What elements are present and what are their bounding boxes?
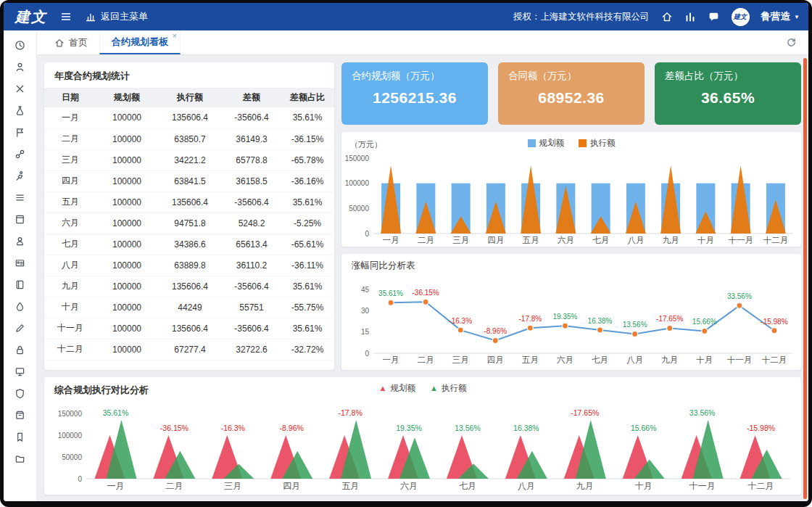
cell-exec: 63850.7 bbox=[157, 128, 223, 149]
topbar-right: 授权：上海建文软件科技有限公司 建文 鲁营造 ▼ bbox=[513, 8, 800, 26]
svg-text:一月: 一月 bbox=[383, 236, 399, 244]
svg-text:-17.65%: -17.65% bbox=[571, 408, 599, 417]
svg-text:100000: 100000 bbox=[345, 179, 370, 187]
tab-home[interactable]: 首页 bbox=[43, 30, 99, 54]
cell-ratio: -55.75% bbox=[281, 297, 334, 318]
chat-icon[interactable] bbox=[708, 11, 720, 23]
back-to-main-menu[interactable]: 返回主菜单 bbox=[85, 10, 148, 23]
sidebar-item-folder[interactable] bbox=[4, 448, 36, 469]
sidebar-item-tools[interactable] bbox=[4, 78, 36, 99]
sidebar-item-flask[interactable] bbox=[4, 99, 36, 121]
sidebar-item-shield[interactable] bbox=[4, 382, 36, 404]
comparison-chart-panel: 综合规划执行对比分析 ▲规划额 ▲执行额 0500001000001500003… bbox=[44, 377, 801, 495]
cell-exec: 34386.6 bbox=[157, 234, 223, 255]
right-pane: 首页 合约规划看板 × 年度合约规划统计 bbox=[37, 30, 808, 501]
cell-diff: -35606.4 bbox=[223, 276, 281, 297]
svg-text:-16.3%: -16.3% bbox=[449, 317, 472, 325]
tab-contract-dashboard[interactable]: 合约规划看板 × bbox=[99, 30, 181, 54]
svg-text:五月: 五月 bbox=[521, 355, 539, 364]
svg-text:十二月: 十二月 bbox=[748, 481, 774, 491]
sidebar-item-notebook[interactable] bbox=[4, 273, 36, 295]
sidebar-item-flag[interactable] bbox=[4, 121, 36, 143]
hamburger-menu-icon[interactable] bbox=[60, 11, 72, 22]
svg-text:50000: 50000 bbox=[349, 205, 369, 213]
cell-exec: 63841.5 bbox=[157, 170, 223, 191]
table-row: 十月1000004424955751-55.75% bbox=[44, 297, 334, 318]
sidebar-item-screen[interactable] bbox=[4, 360, 36, 382]
back-to-main-menu-label: 返回主菜单 bbox=[101, 10, 148, 23]
growth-chart-title: 涨幅同比分析表 bbox=[341, 257, 801, 272]
svg-text:六月: 六月 bbox=[558, 236, 574, 244]
column-header: 规划额 bbox=[96, 88, 157, 107]
sidebar-item-pen[interactable] bbox=[4, 317, 36, 339]
sidebar-item-person[interactable] bbox=[4, 56, 36, 78]
sidebar-item-drop[interactable] bbox=[4, 295, 36, 317]
sidebar-item-list[interactable] bbox=[4, 186, 36, 208]
svg-text:四月: 四月 bbox=[487, 355, 504, 364]
kpi-plan-amount: 合约规划额（万元） 1256215.36 bbox=[341, 62, 488, 125]
column-header: 日期 bbox=[44, 88, 96, 107]
lock-icon bbox=[14, 345, 25, 355]
svg-text:35.61%: 35.61% bbox=[103, 408, 129, 417]
cell-plan: 100000 bbox=[96, 339, 157, 360]
kpi-label: 合约规划额（万元） bbox=[352, 70, 478, 83]
cell-ratio: -36.11% bbox=[281, 255, 334, 276]
cell-exec: 44249 bbox=[157, 297, 223, 318]
kpi-label: 差额占比（万元） bbox=[665, 70, 791, 83]
svg-text:15.66%: 15.66% bbox=[631, 424, 657, 432]
org-chart-icon[interactable] bbox=[684, 11, 696, 22]
svg-text:八月: 八月 bbox=[627, 236, 644, 244]
scrollbar[interactable] bbox=[803, 58, 807, 499]
sidebar-item-clock[interactable] bbox=[4, 34, 36, 56]
svg-text:九月: 九月 bbox=[661, 355, 678, 364]
cell-exec: 63889.8 bbox=[157, 255, 223, 276]
chart-legend: 规划额 执行额 bbox=[341, 138, 801, 149]
sidebar-item-link[interactable] bbox=[4, 143, 36, 165]
cell-month: 十一月 bbox=[44, 318, 96, 339]
bar-chart-icon bbox=[85, 11, 96, 22]
person-icon bbox=[14, 62, 25, 73]
annual-stats-panel: 年度合约规划统计 日期规划额执行额差额差额占比 一月100000135606.4… bbox=[44, 62, 334, 370]
table-row: 十一月100000135606.4-35606.435.61% bbox=[44, 318, 334, 339]
svg-text:13.56%: 13.56% bbox=[455, 424, 481, 432]
svg-text:五月: 五月 bbox=[522, 236, 539, 244]
sidebar-item-box[interactable] bbox=[4, 404, 36, 426]
cell-plan: 100000 bbox=[96, 213, 157, 234]
sidebar-item-card[interactable] bbox=[4, 252, 36, 273]
svg-text:16.38%: 16.38% bbox=[588, 317, 613, 325]
close-icon[interactable]: × bbox=[173, 31, 177, 40]
cell-plan: 100000 bbox=[96, 276, 157, 297]
cell-plan: 100000 bbox=[96, 128, 157, 149]
drop-icon bbox=[14, 301, 25, 312]
table-row: 十二月10000067277.432722.6-32.72% bbox=[44, 339, 334, 360]
cell-exec: 135606.4 bbox=[157, 107, 223, 128]
svg-text:六月: 六月 bbox=[557, 355, 573, 364]
svg-text:150000: 150000 bbox=[58, 410, 83, 418]
svg-text:十二月: 十二月 bbox=[762, 355, 787, 364]
cell-diff: 36158.5 bbox=[223, 170, 281, 191]
svg-text:19.35%: 19.35% bbox=[396, 424, 422, 432]
cell-diff: 55751 bbox=[223, 297, 281, 318]
svg-text:一月: 一月 bbox=[383, 355, 399, 364]
cell-plan: 100000 bbox=[96, 170, 157, 191]
table-row: 六月10000094751.85248.2-5.25% bbox=[44, 213, 334, 234]
user-menu[interactable]: 鲁营造 ▼ bbox=[761, 10, 800, 23]
svg-text:八月: 八月 bbox=[626, 355, 643, 364]
tools-icon bbox=[14, 83, 25, 94]
svg-text:十一月: 十一月 bbox=[728, 236, 753, 244]
kpi-row: 合约规划额（万元） 1256215.36 合同额（万元） 68952.36 差额… bbox=[341, 62, 801, 125]
cell-exec: 135606.4 bbox=[157, 318, 223, 339]
cell-exec: 135606.4 bbox=[157, 276, 223, 297]
sidebar-item-runner[interactable] bbox=[4, 165, 36, 186]
svg-text:15: 15 bbox=[361, 328, 370, 336]
cell-diff: 32722.6 bbox=[223, 339, 281, 360]
cell-ratio: 35.61% bbox=[281, 107, 334, 128]
sidebar-item-book[interactable] bbox=[4, 208, 36, 230]
home-icon[interactable] bbox=[661, 11, 673, 22]
cell-month: 九月 bbox=[44, 276, 96, 297]
comparison-title: 综合规划执行对比分析 bbox=[44, 377, 801, 397]
sidebar-item-lock[interactable] bbox=[4, 339, 36, 360]
sidebar-item-user[interactable] bbox=[4, 230, 36, 252]
sidebar-item-bookmark[interactable] bbox=[4, 426, 36, 448]
refresh-button[interactable] bbox=[774, 30, 808, 54]
